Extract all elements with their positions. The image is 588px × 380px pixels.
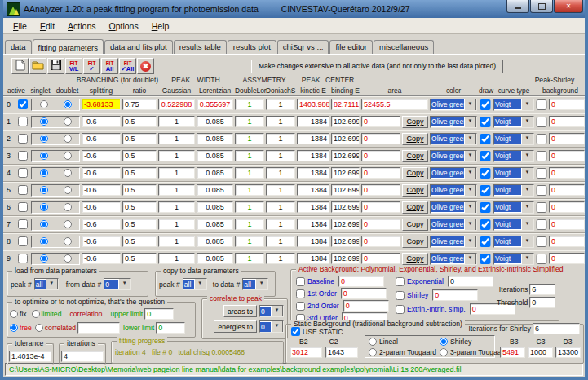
splitting-field[interactable]: -0.6 [82, 184, 121, 196]
fit-all-check-button[interactable]: FIT✓All [119, 58, 136, 74]
copy-peak-select[interactable]: all▼ [183, 278, 207, 290]
menu-item-file[interactable]: File [7, 20, 33, 33]
tab-data[interactable]: data [5, 40, 32, 54]
ab-threshold-field[interactable]: 0 [529, 297, 555, 308]
doublelor-field[interactable]: 1 [235, 99, 264, 110]
kinetic-e-field[interactable]: 1384 [297, 150, 329, 161]
load-from-data-select[interactable]: 0▼ [104, 278, 131, 290]
doniachs-field[interactable]: 1 [266, 133, 295, 144]
curve-type-select[interactable]: Voigt▼ [493, 253, 534, 265]
doublet-radio[interactable] [64, 169, 72, 177]
gaussian-width-field[interactable]: 1 [158, 116, 195, 127]
peak-shirley-checkbox[interactable] [536, 219, 547, 230]
singlet-radio[interactable] [40, 152, 48, 160]
peak-shirley-checkbox[interactable] [536, 168, 547, 179]
peak-shirley-bg-field[interactable]: 0 [549, 116, 585, 127]
binding-e-field[interactable]: 102.6995 [331, 184, 360, 196]
b3-field[interactable]: 5491 [500, 347, 525, 358]
area-field[interactable]: 0 [361, 167, 400, 179]
dropdown-arrow-icon[interactable]: ▼ [464, 116, 476, 128]
kinetic-e-field[interactable]: 1384 [297, 201, 329, 213]
curve-type-select[interactable]: Voigt▼ [493, 219, 534, 231]
color-select[interactable]: Olive green▼ [430, 236, 477, 248]
dropdown-arrow-icon[interactable]: ▼ [521, 167, 533, 179]
gaussian-width-field[interactable]: 0.522988 [158, 99, 195, 110]
singlet-radio[interactable] [40, 100, 48, 108]
color-select[interactable]: Olive green▼ [430, 184, 477, 197]
color-select[interactable]: Olive green▼ [430, 150, 477, 162]
doniachs-field[interactable]: 1 [266, 253, 295, 264]
area-field[interactable]: 0 [361, 116, 400, 127]
draw-checkbox[interactable] [479, 254, 492, 264]
splitting-field[interactable]: -0.6 [82, 150, 121, 161]
singlet-radio[interactable] [40, 237, 48, 245]
doublelor-field[interactable]: 1 [235, 133, 264, 144]
copy-button[interactable]: Copy [402, 116, 428, 128]
areas-to-select[interactable]: 0▼ [259, 305, 284, 317]
close-button[interactable]: ✕ [554, 0, 583, 13]
singlet-radio[interactable] [40, 186, 48, 194]
exponential-field[interactable]: 0 [448, 276, 493, 287]
curve-type-select[interactable]: Voigt▼ [493, 201, 534, 214]
peak-shirley-checkbox[interactable] [536, 254, 547, 264]
fit-check-button[interactable]: FIT✓ [83, 58, 100, 74]
c2-field[interactable]: 1643 [325, 347, 358, 358]
gaussian-width-field[interactable]: 1 [158, 201, 195, 213]
splitting-field[interactable]: -3.68133 [82, 99, 121, 110]
ratio-field[interactable]: 0.5 [122, 201, 157, 213]
draw-checkbox[interactable] [479, 151, 492, 161]
ratio-field[interactable]: 0.5 [122, 133, 157, 144]
kinetic-e-field[interactable]: 1384 [297, 116, 329, 127]
lorentzian-width-field[interactable]: 0.085 [197, 253, 233, 264]
lorentzian-width-field[interactable]: 0.085 [197, 236, 233, 247]
draw-checkbox[interactable] [479, 202, 492, 213]
shirley-checkbox[interactable] [396, 291, 405, 300]
curve-type-select[interactable]: Voigt▼ [493, 133, 534, 145]
binding-e-field[interactable]: 102.6995 [331, 219, 360, 230]
peak-shirley-checkbox[interactable] [536, 236, 547, 247]
tab-file-editor[interactable]: file editor [329, 40, 373, 54]
copy-button[interactable]: Copy [402, 167, 428, 179]
dropdown-arrow-icon[interactable]: ▼ [464, 236, 476, 248]
lorentzian-width-field[interactable]: 0.085 [197, 201, 233, 213]
tab-chisqr-vs-[interactable]: chiSqr vs ... [277, 40, 329, 54]
curve-type-select[interactable]: Voigt▼ [493, 167, 534, 179]
gaussian-width-field[interactable]: 1 [158, 236, 195, 247]
tab-fitting-parameters[interactable]: fitting parameters [33, 39, 104, 55]
gaussian-width-field[interactable]: 1 [158, 133, 195, 144]
binding-e-field[interactable]: 102.6995 [331, 167, 360, 179]
copy-button[interactable]: Copy [402, 133, 428, 145]
draw-checkbox[interactable] [479, 185, 492, 196]
doublet-radio[interactable] [64, 152, 72, 160]
energies-to-button[interactable]: energies to [214, 320, 257, 333]
curve-type-select[interactable]: Voigt▼ [493, 116, 534, 128]
dropdown-arrow-icon[interactable]: ▼ [464, 150, 476, 162]
area-field[interactable]: 0 [361, 150, 400, 161]
curve-type-select[interactable]: Voigt▼ [493, 236, 534, 248]
draw-checkbox[interactable] [479, 236, 492, 247]
dropdown-arrow-icon[interactable]: ▼ [521, 219, 533, 231]
static-bg-option-shirley[interactable]: Shirley [440, 338, 507, 346]
peak-shirley-checkbox[interactable] [536, 99, 547, 110]
tolerance-field[interactable]: 1.4013e-4 [9, 351, 51, 362]
curve-type-select[interactable]: Voigt▼ [493, 150, 534, 162]
binding-e-field[interactable]: 102.6995 [331, 116, 360, 127]
area-field[interactable]: 52455.5 [361, 99, 428, 110]
doublelor-field[interactable]: 1 [235, 116, 264, 127]
area-field[interactable]: 0 [361, 236, 400, 247]
1st-order-checkbox[interactable] [296, 289, 305, 298]
use-static-checkbox[interactable] [291, 327, 300, 336]
splitting-field[interactable]: -0.6 [82, 219, 121, 230]
color-select[interactable]: Olive green▼ [430, 201, 477, 214]
ratio-field[interactable]: 0.5 [122, 116, 157, 127]
minimize-button[interactable] [506, 0, 529, 13]
active-checkbox[interactable] [16, 202, 29, 212]
iterations-field[interactable]: 4 [61, 351, 104, 362]
menu-item-help[interactable]: Help [145, 20, 176, 33]
area-field[interactable]: 0 [361, 219, 400, 230]
stop-button[interactable]: ✖ [137, 58, 154, 74]
dropdown-arrow-icon[interactable]: ▼ [464, 99, 476, 111]
static-bg-option-lineal[interactable]: Lineal [369, 338, 436, 346]
gaussian-width-field[interactable]: 1 [158, 167, 195, 179]
static-bg-option-3-param-tougaard[interactable]: 3-param Tougaard [440, 348, 507, 356]
